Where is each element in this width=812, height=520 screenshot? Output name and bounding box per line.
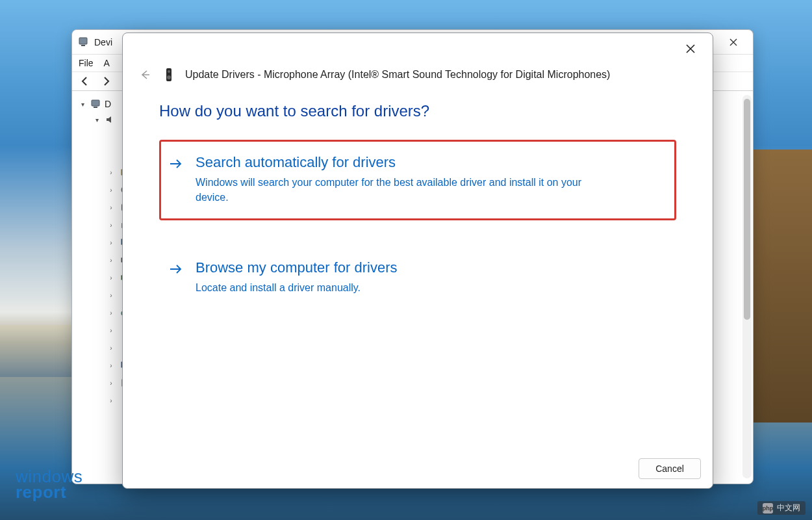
- device-manager-app-icon: [77, 36, 89, 48]
- option-title: Search automatically for drivers: [196, 154, 653, 171]
- watermark-windows-report: windows report: [16, 469, 82, 500]
- menu-action[interactable]: A: [104, 58, 110, 68]
- close-icon: [730, 38, 737, 46]
- tree-root-label: D: [105, 99, 111, 109]
- device-manager-title: Devi: [94, 37, 112, 47]
- svg-rect-0: [79, 38, 87, 44]
- arrow-right-icon: [101, 76, 111, 86]
- svg-point-24: [168, 70, 170, 73]
- option-search-automatically[interactable]: Search automatically for drivers Windows…: [159, 140, 676, 220]
- speaker-icon: [163, 68, 175, 82]
- audio-icon: [105, 114, 115, 125]
- toolbar-forward-button[interactable]: [98, 73, 114, 89]
- dialog-back-button[interactable]: [137, 67, 153, 83]
- dialog-header: Update Drivers - Microphone Array (Intel…: [123, 64, 713, 94]
- svg-rect-2: [92, 100, 99, 106]
- arrow-right-icon: [168, 262, 183, 279]
- option-title: Browse my computer for drivers: [196, 259, 653, 276]
- close-icon: [686, 44, 695, 53]
- chevron-down-icon: ▾: [79, 101, 86, 108]
- option-description: Locate and install a driver manually.: [196, 280, 611, 295]
- toolbar-back-button[interactable]: [77, 73, 93, 89]
- dialog-title: Update Drivers - Microphone Array (Intel…: [185, 69, 610, 81]
- dialog-close-button[interactable]: [678, 39, 704, 58]
- svg-rect-3: [94, 107, 97, 108]
- watermark-logo: php: [763, 503, 773, 514]
- dialog-question: How do you want to search for drivers?: [123, 94, 713, 127]
- watermark-text: 中文网: [777, 502, 800, 514]
- option-description: Windows will search your computer for th…: [196, 175, 611, 205]
- chevron-down-icon: ▾: [93, 116, 101, 124]
- arrow-right-icon: [168, 157, 183, 174]
- dialog-titlebar[interactable]: [123, 33, 713, 64]
- dialog-options: Search automatically for drivers Windows…: [123, 127, 713, 349]
- device-manager-scrollbar[interactable]: [742, 95, 752, 478]
- menu-file[interactable]: File: [79, 58, 94, 68]
- svg-point-25: [167, 75, 171, 79]
- update-drivers-dialog: Update Drivers - Microphone Array (Intel…: [122, 32, 713, 489]
- arrow-left-icon: [139, 69, 151, 81]
- desktop-wallpaper: Devi File A ▾: [0, 0, 812, 520]
- computer-icon: [90, 99, 101, 109]
- scrollbar-thumb[interactable]: [744, 99, 750, 320]
- watermark-php-cn: php 中文网: [757, 501, 806, 515]
- cancel-button[interactable]: Cancel: [639, 458, 701, 479]
- option-browse-computer[interactable]: Browse my computer for drivers Locate an…: [159, 245, 676, 311]
- arrow-left-icon: [80, 76, 90, 86]
- device-manager-close-button[interactable]: [719, 33, 748, 51]
- svg-rect-1: [81, 45, 85, 46]
- dialog-footer: Cancel: [639, 458, 701, 479]
- watermark-line2: report: [16, 484, 82, 500]
